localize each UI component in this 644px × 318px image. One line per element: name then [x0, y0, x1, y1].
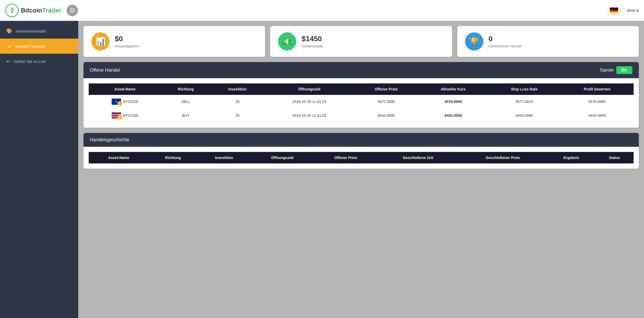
hist-col-offener-preis: Offener Preis [314, 152, 378, 163]
sidebar-label-handeln: Handeln Sie jetzt [16, 44, 45, 48]
stats-icon-gesamtsaldo: 💵 [278, 32, 296, 51]
stat-value-gewinnende: 0 [489, 35, 522, 43]
stat-value-gesamtgewinn: $0 [115, 35, 139, 43]
col-offener-preis: Offener Preis [354, 83, 419, 95]
asset-name-btceur: BTCEUR [123, 100, 138, 104]
logo: ₿ BitcoinTrader [5, 4, 61, 17]
sidebar-item-handeln[interactable]: 📶 Handeln Sie jetzt [0, 39, 78, 54]
sidebar-item-live[interactable]: ↩ Gehen Sie zu Live [0, 54, 78, 69]
stats-icon-gesamtgewinn: 📊 [91, 32, 110, 51]
open-trades-header: Offene Handel Signale On [83, 62, 639, 78]
cell-asset-btcusd: ₿ BTCUSD [89, 109, 161, 123]
menu-button[interactable] [67, 5, 78, 16]
logo-text: BitcoinTrader [21, 7, 61, 14]
hist-col-investition: Investition [197, 152, 251, 163]
signals-label: Signale [600, 68, 613, 72]
sidebar-label-instrumententafel: Instrumententafel [16, 29, 46, 33]
trade-history-header: Handelsgeschichte [83, 133, 639, 147]
hist-col-richtung: Richtung [149, 152, 197, 163]
sidebar: 🎨 Instrumententafel 📶 Handeln Sie jetzt … [0, 21, 78, 318]
trade-history-table: Asset-Name Richtung Investition Öffnungs… [89, 152, 634, 163]
cell-stoploss-btceur: 5577.0015 [488, 95, 561, 109]
open-trades-table-container: Asset-Name Richtung Investition Öffnungs… [83, 78, 639, 128]
user-menu[interactable]: asss ▾ [627, 8, 639, 13]
stat-value-gesamtsaldo: $1450 [302, 35, 323, 43]
stat-info-gesamtsaldo: $1450 Gesamtsaldo [302, 35, 323, 48]
open-trades-thead: Asset-Name Richtung Investition Öffnungs… [89, 83, 634, 95]
trade-history-thead: Asset-Name Richtung Investition Öffnungs… [89, 152, 634, 163]
trade-history-header-row: Asset-Name Richtung Investition Öffnungs… [89, 152, 634, 163]
back-icon: ↩ [6, 58, 10, 64]
open-trades-tbody: ★ ₿ BTCEUR SELL 25 2018-10-16 11:41:13 [89, 95, 634, 123]
hist-col-geschlossener-preis: Geschloßener Preis [458, 152, 547, 163]
asset-name-btcusd: BTCUSD [123, 113, 138, 118]
signals-toggle: Signale On [600, 66, 633, 74]
open-trades-panel: Offene Handel Signale On Asset-Name Rich… [83, 62, 639, 128]
cell-openprice-btceur: 5577.0000 [354, 95, 419, 109]
user-chevron-icon: ▾ [637, 8, 639, 13]
language-selector[interactable]: ▾ [607, 6, 624, 15]
cell-inv-btcusd: 25 [210, 109, 265, 123]
stats-row: 📊 $0 Gesamtgewinn 💵 $1450 Gesamtsaldo 🏆 … [83, 26, 639, 57]
signals-toggle-button[interactable]: On [616, 66, 633, 74]
hist-col-ergebnis: Ergebnis [547, 152, 595, 163]
col-aktueller-kurs: Aktueller Kurs [419, 83, 488, 95]
table-row: ₿ BTCUSD BUY 25 2018-10-16 11:41:05 6443… [89, 109, 634, 123]
stat-label-gesamtsaldo: Gesamtsaldo [302, 44, 323, 48]
trade-history-title: Handelsgeschichte [90, 137, 129, 143]
trade-history-panel: Handelsgeschichte Asset-Name Richtung In… [83, 133, 639, 169]
username: asss [627, 8, 636, 13]
cell-openprice-btcusd: 6443.4600 [354, 109, 419, 123]
col-investition: Investition [210, 83, 265, 95]
stat-info-gewinnende: 0 Gewinnende Handel [489, 35, 522, 48]
stat-info-gesamtgewinn: $0 Gesamtgewinn [115, 35, 139, 48]
col-oeffnungszeit: Öffnungszeit [265, 83, 354, 95]
sidebar-item-instrumententafel[interactable]: 🎨 Instrumententafel [0, 23, 78, 39]
flag-icon [610, 8, 618, 13]
hist-col-asset: Asset-Name [89, 152, 149, 163]
stat-label-gesamtgewinn: Gesamtgewinn [115, 44, 139, 48]
open-trades-header-row: Asset-Name Richtung Investition Öffnungs… [89, 83, 634, 95]
main-content: 📊 $0 Gesamtgewinn 💵 $1450 Gesamtsaldo 🏆 … [78, 21, 644, 318]
palette-icon: 🎨 [6, 28, 12, 34]
header-right: ▾ asss ▾ [607, 6, 639, 15]
wifi-icon: 📶 [6, 43, 12, 49]
cell-profit-btcusd: 6443.4605 [561, 109, 634, 123]
cell-dir-btceur: SELL [161, 95, 210, 109]
cell-rate-btcusd: 6443.4598 [419, 109, 488, 123]
cell-profit-btceur: 5576.9995 [561, 95, 634, 109]
cell-rate-btceur: 5576.9998 [419, 95, 488, 109]
hist-col-status: Status [595, 152, 634, 163]
open-trades-title: Offene Handel [90, 68, 120, 73]
stat-card-gewinnende: 🏆 0 Gewinnende Handel [457, 26, 639, 57]
cell-inv-btceur: 25 [210, 95, 265, 109]
stat-card-gesamtsaldo: 💵 $1450 Gesamtsaldo [270, 26, 452, 57]
col-stop-loss: Stop Loss Rate [488, 83, 561, 95]
stats-icon-gewinnende: 🏆 [465, 32, 483, 51]
table-row: ★ ₿ BTCEUR SELL 25 2018-10-16 11:41:13 [89, 95, 634, 109]
trade-history-table-container: Asset-Name Richtung Investition Öffnungs… [83, 147, 639, 169]
cell-stoploss-btcusd: 6443.4585 [488, 109, 561, 123]
hist-col-geschlossene-zeit: Geschloßene Zeit [378, 152, 458, 163]
cell-asset-btceur: ★ ₿ BTCEUR [89, 95, 161, 109]
cell-time-btceur: 2018-10-16 11:41:13 [265, 95, 354, 109]
stat-card-gesamtgewinn: 📊 $0 Gesamtgewinn [83, 26, 265, 57]
hist-col-oeffnungszeit: Öffnungszeit [251, 152, 314, 163]
cell-dir-btcusd: BUY [161, 109, 210, 123]
stat-label-gewinnende: Gewinnende Handel [489, 44, 522, 48]
app-body: 🎨 Instrumententafel 📶 Handeln Sie jetzt … [0, 21, 644, 318]
lang-chevron-icon: ▾ [620, 9, 621, 12]
cell-time-btcusd: 2018-10-16 11:41:05 [265, 109, 354, 123]
header: ₿ BitcoinTrader ▾ asss ▾ [0, 0, 644, 21]
col-richtung: Richtung [161, 83, 210, 95]
sidebar-label-live: Gehen Sie zu Live [14, 59, 46, 64]
logo-icon: ₿ [5, 4, 19, 17]
open-trades-table: Asset-Name Richtung Investition Öffnungs… [89, 83, 634, 123]
col-asset-name: Asset-Name [89, 83, 161, 95]
col-profit: Profit bewerten [561, 83, 634, 95]
